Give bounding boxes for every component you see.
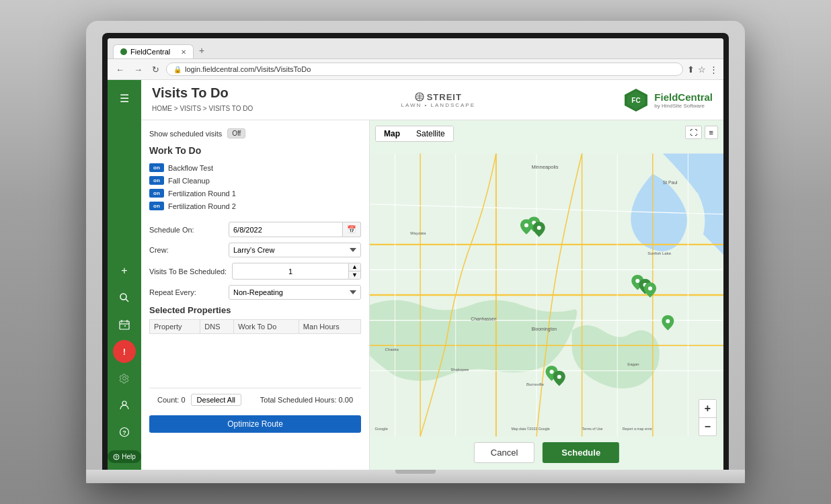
- browser-tab[interactable]: FieldCentral ✕: [113, 44, 194, 58]
- help-button[interactable]: ? Help: [108, 450, 141, 463]
- col-dns: DNS: [200, 320, 234, 334]
- search-icon[interactable]: [113, 286, 136, 309]
- col-man-hours: Man Hours: [299, 320, 360, 334]
- count-area: Count: 0 Deselect All: [157, 394, 241, 406]
- properties-table: Property DNS Work To Do Man Hours: [149, 319, 361, 334]
- brand-tagline: LAWN • LANDSCAPE: [401, 102, 476, 108]
- zoom-in-btn[interactable]: +: [699, 400, 716, 418]
- tab-close-btn[interactable]: ✕: [181, 48, 186, 56]
- visits-row: Visits To Be Scheduled: ▲ ▼: [149, 263, 361, 280]
- cancel-button[interactable]: Cancel: [474, 442, 535, 463]
- streit-logo: STREIT LAWN • LANDSCAPE: [401, 92, 476, 108]
- main-area: Visits To Do HOME > VISITS > VISITS TO D…: [141, 80, 723, 470]
- new-tab-button[interactable]: +: [194, 42, 210, 58]
- work-item-badge[interactable]: on: [149, 163, 164, 172]
- visits-input[interactable]: [232, 263, 349, 280]
- app-header: Visits To Do HOME > VISITS > VISITS TO D…: [141, 80, 723, 120]
- svg-text:St Paul: St Paul: [663, 180, 678, 185]
- col-property: Property: [150, 320, 200, 334]
- svg-point-50: [635, 279, 639, 283]
- visits-number-input: ▲ ▼: [232, 263, 361, 280]
- svg-text:Sunfish Lake: Sunfish Lake: [647, 251, 671, 255]
- svg-text:Report a map error: Report a map error: [623, 427, 653, 431]
- work-item-label: Fertilization Round 2: [168, 202, 236, 210]
- crew-row: Crew: Larry's Crew: [149, 243, 361, 257]
- optimize-route-button[interactable]: Optimize Route: [149, 415, 361, 433]
- svg-point-49: [537, 226, 541, 230]
- svg-text:Minneapolis: Minneapolis: [531, 164, 558, 170]
- svg-text:Wayzata: Wayzata: [410, 231, 426, 235]
- visits-up-btn[interactable]: ▲: [349, 263, 360, 271]
- map-area: Minneapolis St Paul Wayzata Sunfish Lake…: [370, 120, 723, 470]
- map-action-buttons: Cancel Schedule: [474, 442, 619, 463]
- work-item: on Fertilization Round 1: [149, 187, 361, 200]
- share-button[interactable]: ⬆: [687, 65, 695, 75]
- repeat-row: Repeat Every: Non-Repeating: [149, 285, 361, 300]
- alert-icon[interactable]: !: [113, 340, 136, 363]
- calendar-icon[interactable]: [113, 313, 136, 336]
- user-icon[interactable]: [113, 394, 136, 417]
- scheduled-toggle[interactable]: Off: [227, 128, 245, 138]
- zoom-out-btn[interactable]: −: [699, 418, 716, 435]
- selected-properties-title: Selected Properties: [149, 305, 361, 315]
- svg-text:Shakopee: Shakopee: [450, 368, 469, 372]
- map-layers-btn[interactable]: ≡: [705, 126, 718, 139]
- svg-point-54: [557, 375, 561, 379]
- work-items-list: on Backflow Test on Fall Cleanup on Fert…: [149, 161, 361, 212]
- crew-select[interactable]: Larry's Crew: [229, 243, 361, 257]
- bookmark-button[interactable]: ☆: [698, 65, 706, 75]
- map-tab-satellite[interactable]: Satellite: [408, 126, 453, 141]
- work-item: on Backflow Test: [149, 161, 361, 174]
- work-item-label: Backflow Test: [168, 164, 213, 172]
- show-scheduled-label: Show scheduled visits: [149, 130, 222, 138]
- work-item-badge[interactable]: on: [149, 176, 164, 185]
- address-bar[interactable]: 🔒 login.fieldcentral.com/Visits/VisitsTo…: [166, 62, 683, 76]
- svg-text:Map data ©2022 Google: Map data ©2022 Google: [511, 427, 549, 431]
- work-item-badge[interactable]: on: [149, 189, 164, 198]
- address-text: login.fieldcentral.com/Visits/VisitsToDo: [185, 65, 311, 73]
- svg-point-46: [524, 223, 528, 227]
- menu-button[interactable]: ⋮: [709, 65, 718, 75]
- sidebar: ☰ + !: [108, 80, 141, 470]
- repeat-select[interactable]: Non-Repeating: [229, 285, 361, 300]
- settings-icon[interactable]: [113, 367, 136, 390]
- lock-icon: 🔒: [173, 66, 182, 73]
- hamburger-icon[interactable]: ☰: [114, 87, 134, 110]
- brand-name: STREIT: [427, 92, 462, 102]
- schedule-on-row: Schedule On: 📅: [149, 222, 361, 237]
- svg-rect-2: [120, 321, 129, 329]
- map-svg: Minneapolis St Paul Wayzata Sunfish Lake…: [370, 120, 723, 470]
- work-item-badge[interactable]: on: [149, 202, 164, 210]
- reload-button[interactable]: ↻: [149, 63, 162, 76]
- repeat-label: Repeat Every:: [149, 288, 223, 296]
- schedule-on-label: Schedule On:: [149, 226, 223, 234]
- map-container[interactable]: Minneapolis St Paul Wayzata Sunfish Lake…: [370, 120, 723, 470]
- map-tabs: Map Satellite: [375, 126, 454, 142]
- map-fullscreen-btn[interactable]: ⛶: [685, 126, 702, 139]
- visits-down-btn[interactable]: ▼: [349, 271, 360, 279]
- add-icon[interactable]: +: [113, 259, 136, 282]
- show-scheduled-row: Show scheduled visits Off: [149, 128, 361, 138]
- forward-button[interactable]: →: [131, 63, 145, 76]
- svg-text:FC: FC: [632, 97, 641, 104]
- map-tab-map[interactable]: Map: [376, 126, 408, 141]
- col-work-to-do: Work To Do: [234, 320, 299, 334]
- svg-point-55: [666, 319, 670, 323]
- work-to-do-title: Work To Do: [149, 145, 361, 156]
- svg-text:?: ?: [122, 429, 126, 436]
- svg-point-0: [120, 294, 126, 300]
- fc-logo: FC FieldCentral by HindSite Software: [623, 87, 713, 113]
- svg-point-6: [124, 325, 126, 327]
- fc-logo-icon: FC: [623, 87, 649, 113]
- map-zoom-controls: + −: [699, 399, 717, 436]
- deselect-all-button[interactable]: Deselect All: [191, 394, 241, 406]
- help-icon[interactable]: ?: [113, 421, 136, 444]
- svg-text:Bloomington: Bloomington: [531, 327, 557, 332]
- schedule-on-calendar-btn[interactable]: 📅: [343, 222, 361, 237]
- work-item: on Fertilization Round 2: [149, 200, 361, 212]
- page-title-area: Visits To Do HOME > VISITS > VISITS TO D…: [152, 85, 253, 114]
- svg-text:Google: Google: [375, 427, 389, 431]
- schedule-button[interactable]: Schedule: [543, 442, 619, 463]
- schedule-on-input[interactable]: [229, 222, 343, 237]
- back-button[interactable]: ←: [113, 63, 127, 76]
